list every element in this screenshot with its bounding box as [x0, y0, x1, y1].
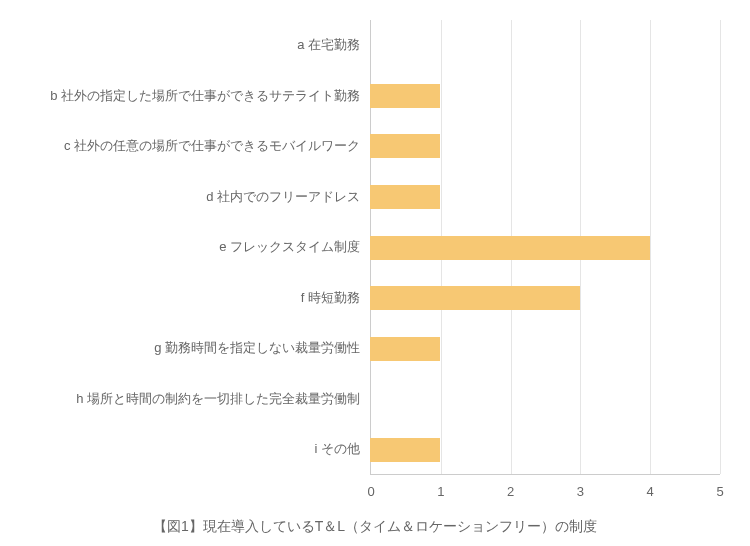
y-label: g 勤務時間を指定しない裁量労働性 — [154, 339, 360, 357]
chart-container: 0 1 2 3 4 5 a 在宅勤務 b 社外の指定した場所で仕事ができるサテラ… — [0, 20, 750, 500]
x-tick: 0 — [367, 484, 374, 499]
y-label: h 場所と時間の制約を一切排した完全裁量労働制 — [76, 390, 360, 408]
y-label-row: g 勤務時間を指定しない裁量労働性 — [0, 323, 370, 374]
x-tick: 3 — [577, 484, 584, 499]
y-label-row: e フレックスタイム制度 — [0, 222, 370, 273]
chart-title: 【図1】現在導入しているT＆L（タイム＆ロケーションフリー）の制度 — [0, 518, 750, 536]
y-label-row: c 社外の任意の場所で仕事ができるモバイルワーク — [0, 121, 370, 172]
bar — [370, 84, 440, 108]
y-label: i その他 — [315, 440, 361, 458]
y-label-row: b 社外の指定した場所で仕事ができるサテライト勤務 — [0, 71, 370, 122]
gridline — [720, 20, 721, 474]
bar — [370, 134, 440, 158]
y-label: e フレックスタイム制度 — [219, 238, 360, 256]
x-tick: 1 — [437, 484, 444, 499]
bar — [370, 236, 650, 260]
bar — [370, 185, 440, 209]
y-label-row: a 在宅勤務 — [0, 20, 370, 71]
bar — [370, 438, 440, 462]
y-label: a 在宅勤務 — [297, 36, 360, 54]
y-label: c 社外の任意の場所で仕事ができるモバイルワーク — [64, 137, 360, 155]
y-label-row: h 場所と時間の制約を一切排した完全裁量労働制 — [0, 374, 370, 425]
bar — [370, 337, 440, 361]
x-tick: 5 — [716, 484, 723, 499]
y-label-row: i その他 — [0, 424, 370, 475]
x-tick: 4 — [647, 484, 654, 499]
x-tick: 2 — [507, 484, 514, 499]
gridline — [650, 20, 651, 474]
y-label: b 社外の指定した場所で仕事ができるサテライト勤務 — [50, 87, 360, 105]
bar — [370, 286, 580, 310]
y-label-row: f 時短勤務 — [0, 273, 370, 324]
y-label: f 時短勤務 — [301, 289, 360, 307]
y-label: d 社内でのフリーアドレス — [206, 188, 360, 206]
y-label-row: d 社内でのフリーアドレス — [0, 172, 370, 223]
